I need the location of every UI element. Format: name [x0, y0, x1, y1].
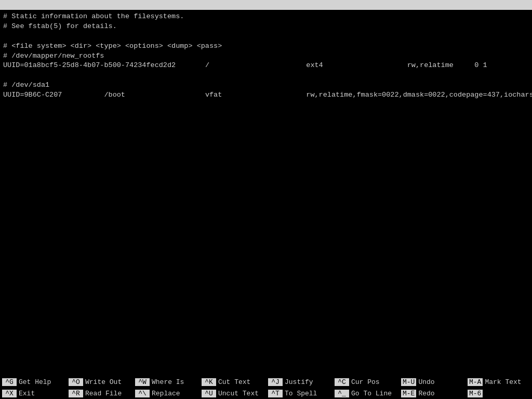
shortcut-item[interactable]: ^JJustify: [266, 376, 332, 388]
shortcut-key: ^K: [202, 378, 216, 386]
shortcut-label: Replace: [152, 390, 180, 397]
shortcut-item[interactable]: ^KCut Text: [200, 376, 266, 388]
shortcut-label: To Spell: [285, 390, 317, 397]
shortcut-label: Where Is: [152, 378, 184, 386]
shortcut-key: ^\: [135, 390, 150, 397]
shortcut-item[interactable]: ^TTo Spell: [266, 388, 332, 399]
shortcut-label: Cur Pos: [351, 378, 380, 386]
shortcut-label: Mark Text: [485, 378, 521, 386]
shortcut-item[interactable]: ^CCur Pos: [332, 376, 399, 388]
shortcut-key: ^G: [2, 378, 17, 386]
shortcut-label: Exit: [19, 390, 35, 397]
shortcut-item[interactable]: M-AMark Text: [466, 376, 532, 388]
shortcut-key: ^O: [69, 378, 83, 386]
shortcut-key: ^_: [335, 390, 349, 397]
shortcut-label: Undo: [418, 378, 434, 386]
shortcut-item[interactable]: M-6: [466, 388, 532, 399]
shortcut-key: ^J: [268, 378, 283, 386]
shortcut-item[interactable]: ^RRead File: [66, 388, 133, 399]
shortcut-label: Uncut Text: [218, 390, 259, 397]
shortcut-key: ^U: [202, 390, 216, 397]
shortcut-row-1: ^GGet Help^OWrite Out^WWhere Is^KCut Tex…: [0, 376, 532, 388]
shortcut-item[interactable]: ^GGet Help: [0, 376, 66, 388]
shortcut-bar: ^GGet Help^OWrite Out^WWhere Is^KCut Tex…: [0, 376, 532, 399]
shortcut-label: Go To Line: [351, 390, 392, 397]
shortcut-key: ^R: [69, 390, 83, 397]
shortcut-key: ^X: [2, 390, 17, 397]
shortcut-label: Justify: [285, 378, 313, 386]
shortcut-item[interactable]: M-UUndo: [399, 376, 466, 388]
shortcut-key: ^T: [268, 390, 283, 397]
shortcut-label: Cut Text: [218, 378, 250, 386]
shortcut-label: Redo: [418, 390, 434, 397]
shortcut-item[interactable]: ^\Replace: [133, 388, 200, 399]
title-right: [523, 1, 527, 9]
shortcut-item[interactable]: ^OWrite Out: [66, 376, 133, 388]
shortcut-row-2: ^XExit^RRead File^\Replace^UUncut Text^T…: [0, 388, 532, 399]
shortcut-item[interactable]: ^UUncut Text: [200, 388, 266, 399]
shortcut-label: Read File: [85, 390, 122, 397]
shortcut-item[interactable]: ^WWhere Is: [133, 376, 200, 388]
title-bar: [0, 0, 532, 10]
shortcut-key: M-6: [468, 390, 483, 397]
shortcut-item[interactable]: ^_Go To Line: [332, 388, 399, 399]
shortcut-key: ^C: [335, 378, 349, 386]
shortcut-key: M-A: [468, 378, 483, 386]
shortcut-key: M-U: [401, 378, 416, 386]
shortcut-item[interactable]: M-ERedo: [399, 388, 466, 399]
shortcut-item[interactable]: ^XExit: [0, 388, 66, 399]
shortcut-label: Get Help: [19, 378, 51, 386]
shortcut-key: M-E: [401, 390, 416, 397]
shortcut-label: Write Out: [85, 378, 122, 386]
editor-area[interactable]: # Static information about the filesyste…: [0, 10, 532, 363]
status-bar: [0, 363, 532, 365]
shortcut-key: ^W: [135, 378, 150, 386]
